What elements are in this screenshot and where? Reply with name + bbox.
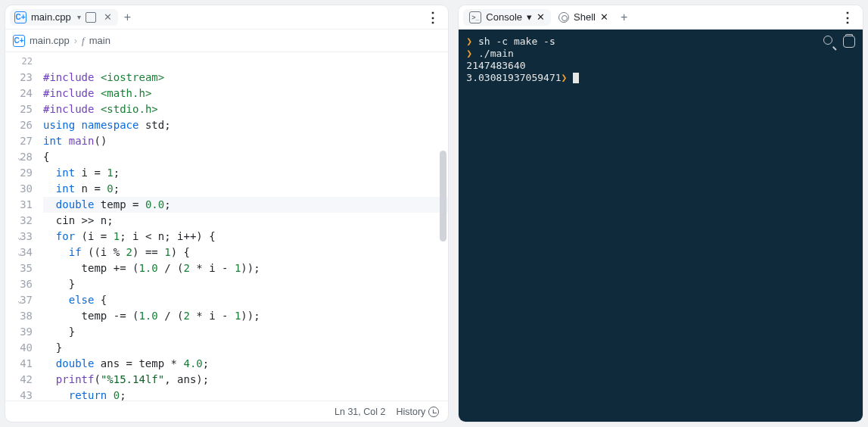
line-number: ⌄37 <box>8 292 33 308</box>
tab-shell-label: Shell <box>574 11 596 23</box>
code-line[interactable]: double ans = temp * 4.0; <box>43 356 448 372</box>
breadcrumb: C+ main.cpp › f main <box>5 30 448 52</box>
code-line[interactable]: { <box>43 149 448 165</box>
line-number: 42 <box>8 372 33 388</box>
cursor-position[interactable]: Ln 31, Col 2 <box>334 407 385 417</box>
code-line[interactable]: int main() <box>43 133 448 149</box>
history-button[interactable]: History <box>396 407 439 417</box>
close-icon[interactable]: ✕ <box>537 11 545 23</box>
terminal-line: ❯ ./main <box>466 48 855 60</box>
new-tab-button[interactable]: + <box>120 8 135 26</box>
code-line[interactable]: for (i = 1; i < n; i++) { <box>43 229 448 245</box>
breadcrumb-sep: › <box>74 35 77 46</box>
fold-icon[interactable]: ⌄ <box>17 229 22 245</box>
line-number: 30 <box>8 181 33 197</box>
line-number: 29 <box>8 165 33 181</box>
line-number: 32 <box>8 213 33 229</box>
gutter: 222324252627⌄2829303132⌄33⌄343536⌄373839… <box>5 52 40 401</box>
clear-button[interactable] <box>843 36 855 48</box>
tab-console-label: Console <box>486 11 522 23</box>
history-icon <box>428 407 439 417</box>
breadcrumb-fn[interactable]: main <box>89 35 110 46</box>
terminal-actions <box>823 36 855 48</box>
editor-panel: C+ main.cpp ▾ ✕ + ⋮ C+ main.cpp › f main… <box>5 5 449 422</box>
line-number: 36 <box>8 276 33 292</box>
line-number: 27 <box>8 133 33 149</box>
console-tabbar: >_ Console ▾ ✕ Shell ✕ + ⋮ <box>459 5 863 30</box>
terminal-line: 2147483640 <box>466 60 855 72</box>
line-number: ⌄34 <box>8 245 33 260</box>
fold-icon[interactable]: ⌄ <box>17 245 22 260</box>
code-line[interactable]: } <box>43 324 448 340</box>
line-number: 35 <box>8 260 33 276</box>
line-number: 23 <box>8 70 33 86</box>
tab-console[interactable]: >_ Console ▾ ✕ <box>463 9 551 26</box>
code-line[interactable]: double temp = 0.0; <box>43 197 448 213</box>
code-editor[interactable]: 222324252627⌄2829303132⌄33⌄343536⌄373839… <box>5 52 448 401</box>
tab-shell[interactable]: Shell ✕ <box>552 9 614 25</box>
line-number: 40 <box>8 340 33 356</box>
code-line[interactable]: printf("%15.14lf", ans); <box>43 372 448 388</box>
fold-icon[interactable]: ⌄ <box>17 292 22 308</box>
line-number: ⌄33 <box>8 229 33 245</box>
code-line[interactable]: if ((i % 2) == 1) { <box>43 245 448 260</box>
search-button[interactable] <box>823 36 835 48</box>
close-icon[interactable]: ✕ <box>104 11 112 23</box>
code-line[interactable]: #include <iostream> <box>43 70 448 86</box>
code-line[interactable]: cin >> n; <box>43 213 448 229</box>
line-number: 24 <box>8 86 33 101</box>
code-line[interactable]: else { <box>43 292 448 308</box>
code-line[interactable]: temp -= (1.0 / (2 * i - 1)); <box>43 308 448 324</box>
editor-tabbar: C+ main.cpp ▾ ✕ + ⋮ <box>5 5 448 30</box>
code-line[interactable]: } <box>43 276 448 292</box>
statusbar: Ln 31, Col 2 History <box>5 401 448 422</box>
cpp-icon: C+ <box>13 35 25 47</box>
line-number: 41 <box>8 356 33 372</box>
shell-icon <box>558 12 569 23</box>
history-label: History <box>396 407 425 417</box>
console-panel: >_ Console ▾ ✕ Shell ✕ + ⋮ ❯ sh -c make … <box>458 5 863 422</box>
terminal-output: ❯ sh -c make -s❯ ./main21474836403.03081… <box>466 36 855 84</box>
code-line[interactable]: int i = 1; <box>43 165 448 181</box>
code-area[interactable]: #include <iostream>#include <math.h>#inc… <box>40 52 448 401</box>
fold-icon[interactable]: ⌄ <box>17 149 22 165</box>
scrollbar-thumb[interactable] <box>440 151 446 242</box>
code-line[interactable]: temp += (1.0 / (2 * i - 1)); <box>43 260 448 276</box>
line-number: 31 <box>8 197 33 213</box>
chevron-down-icon[interactable]: ▾ <box>527 11 532 23</box>
tab-filename: main.cpp <box>31 11 71 23</box>
new-console-tab-button[interactable]: + <box>616 8 632 26</box>
editor-more-icon[interactable]: ⋮ <box>422 9 443 26</box>
terminal[interactable]: ❯ sh -c make -s❯ ./main21474836403.03081… <box>459 30 863 422</box>
search-icon <box>823 36 832 45</box>
terminal-icon: >_ <box>469 11 481 23</box>
chevron-down-icon[interactable]: ▾ <box>77 13 81 21</box>
code-line[interactable]: } <box>43 340 448 356</box>
cpp-icon: C+ <box>14 11 26 23</box>
terminal-line: 3.03081937059471❯ <box>466 72 855 84</box>
line-number: 25 <box>8 101 33 117</box>
line-number: 43 <box>8 388 33 401</box>
line-number: 38 <box>8 308 33 324</box>
code-line[interactable]: #include <math.h> <box>43 86 448 101</box>
console-more-icon[interactable]: ⋮ <box>836 9 858 26</box>
code-line[interactable]: using namespace std; <box>43 117 448 133</box>
tab-main-cpp[interactable]: C+ main.cpp ▾ ✕ <box>10 9 118 26</box>
line-number: 26 <box>8 117 33 133</box>
terminal-line: ❯ sh -c make -s <box>466 36 855 48</box>
code-line[interactable]: #include <stdio.h> <box>43 101 448 117</box>
line-number: 39 <box>8 324 33 340</box>
line-number: ⌄28 <box>8 149 33 165</box>
file-icon[interactable] <box>86 12 96 23</box>
code-line[interactable]: return 0; <box>43 388 448 401</box>
function-icon: f <box>82 35 85 47</box>
close-icon[interactable]: ✕ <box>600 11 608 23</box>
code-line[interactable]: int n = 0; <box>43 181 448 197</box>
breadcrumb-file[interactable]: main.cpp <box>30 35 70 46</box>
